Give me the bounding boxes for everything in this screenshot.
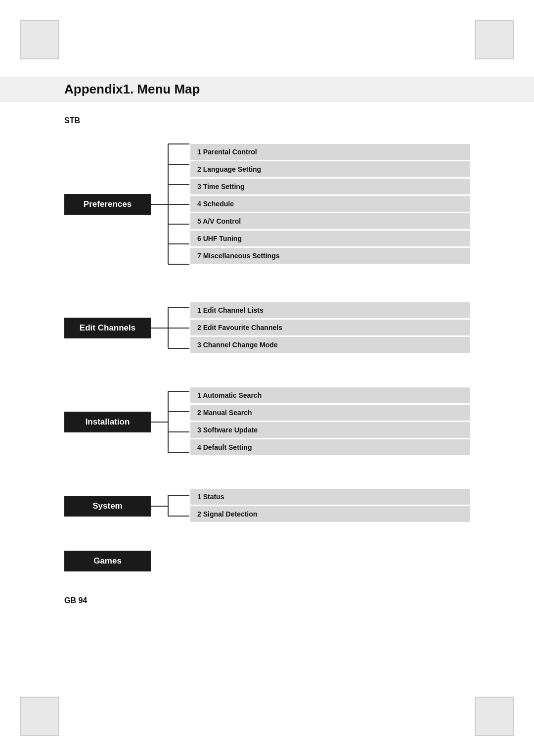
page-title: Appendix1. Menu Map — [64, 82, 200, 97]
installation-connector — [151, 382, 190, 462]
edit-channels-connector — [151, 298, 190, 358]
list-item: 1 Edit Channel Lists — [190, 302, 470, 318]
gb-label: GB 94 — [64, 596, 470, 605]
list-item: 1 Status — [190, 489, 470, 505]
list-item: 7 Miscellaneous Settings — [190, 248, 470, 264]
list-item: 1 Parental Control — [190, 144, 470, 160]
corner-decoration-bottom-left — [20, 697, 59, 736]
system-connector — [151, 486, 190, 526]
games-section: Games — [64, 551, 470, 571]
list-item: 6 UHF Tuning — [190, 231, 470, 246]
stb-label: STB — [64, 116, 470, 125]
list-item: 4 Default Setting — [190, 439, 470, 455]
edit-channels-submenu: 1 Edit Channel Lists 2 Edit Favourite Ch… — [190, 302, 470, 354]
preferences-menu-box: Preferences — [64, 194, 151, 215]
installation-menu-box: Installation — [64, 412, 151, 432]
list-item: 2 Signal Detection — [190, 506, 470, 522]
corner-decoration-bottom-right — [475, 697, 514, 736]
list-item: 3 Channel Change Mode — [190, 337, 470, 353]
list-item: 2 Edit Favourite Channels — [190, 320, 470, 335]
list-item: 1 Automatic Search — [190, 387, 470, 403]
games-menu-box: Games — [64, 551, 151, 571]
list-item: 3 Time Setting — [190, 179, 470, 194]
preferences-submenu: 1 Parental Control 2 Language Setting 3 … — [190, 144, 470, 265]
system-section: System 1 Status 2 Signal Detection — [64, 486, 470, 526]
page-title-bar: Appendix1. Menu Map — [0, 77, 534, 101]
installation-section: Installation 1 Automatic Search 2 Manual… — [64, 382, 470, 462]
corner-decoration-top-left — [20, 20, 59, 59]
installation-submenu: 1 Automatic Search 2 Manual Search 3 Sof… — [190, 387, 470, 457]
list-item: 5 A/V Control — [190, 213, 470, 229]
corner-decoration-top-right — [475, 20, 514, 59]
list-item: 3 Software Update — [190, 422, 470, 438]
main-content: STB Preferences 1 Parental Control 2 Lan… — [64, 109, 470, 605]
system-menu-box: System — [64, 496, 151, 517]
list-item: 2 Manual Search — [190, 405, 470, 421]
edit-channels-menu-box: Edit Channels — [64, 318, 151, 338]
list-item: 2 Language Setting — [190, 161, 470, 177]
preferences-connector — [151, 135, 190, 274]
edit-channels-section: Edit Channels 1 Edit Channel Lists 2 Edi… — [64, 298, 470, 358]
list-item: 4 Schedule — [190, 196, 470, 212]
system-submenu: 1 Status 2 Signal Detection — [190, 489, 470, 523]
preferences-section: Preferences 1 Parental Control 2 Languag… — [64, 135, 470, 274]
